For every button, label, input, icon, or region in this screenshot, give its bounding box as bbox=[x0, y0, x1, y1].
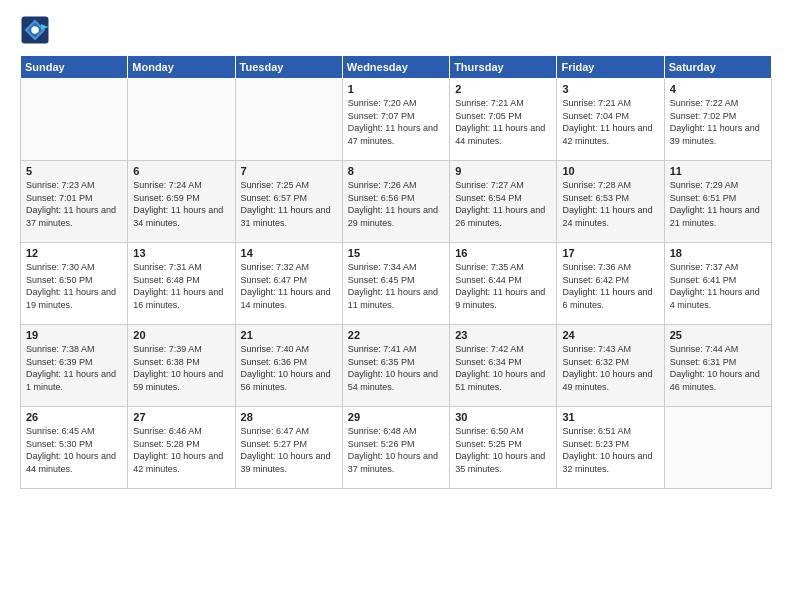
calendar-cell: 4Sunrise: 7:22 AM Sunset: 7:02 PM Daylig… bbox=[664, 79, 771, 161]
calendar-cell: 29Sunrise: 6:48 AM Sunset: 5:26 PM Dayli… bbox=[342, 407, 449, 489]
calendar-cell: 13Sunrise: 7:31 AM Sunset: 6:48 PM Dayli… bbox=[128, 243, 235, 325]
day-number: 11 bbox=[670, 165, 766, 177]
day-number: 13 bbox=[133, 247, 229, 259]
day-number: 28 bbox=[241, 411, 337, 423]
day-number: 12 bbox=[26, 247, 122, 259]
page-container: SundayMondayTuesdayWednesdayThursdayFrid… bbox=[0, 0, 792, 499]
calendar-cell: 27Sunrise: 6:46 AM Sunset: 5:28 PM Dayli… bbox=[128, 407, 235, 489]
logo-icon bbox=[20, 15, 50, 45]
cell-info: Sunrise: 7:36 AM Sunset: 6:42 PM Dayligh… bbox=[562, 261, 658, 311]
calendar-cell: 10Sunrise: 7:28 AM Sunset: 6:53 PM Dayli… bbox=[557, 161, 664, 243]
calendar-cell: 2Sunrise: 7:21 AM Sunset: 7:05 PM Daylig… bbox=[450, 79, 557, 161]
day-number: 3 bbox=[562, 83, 658, 95]
cell-info: Sunrise: 7:44 AM Sunset: 6:31 PM Dayligh… bbox=[670, 343, 766, 393]
calendar-cell: 12Sunrise: 7:30 AM Sunset: 6:50 PM Dayli… bbox=[21, 243, 128, 325]
day-number: 20 bbox=[133, 329, 229, 341]
cell-info: Sunrise: 6:46 AM Sunset: 5:28 PM Dayligh… bbox=[133, 425, 229, 475]
svg-point-3 bbox=[31, 26, 39, 34]
day-number: 21 bbox=[241, 329, 337, 341]
day-number: 8 bbox=[348, 165, 444, 177]
day-number: 5 bbox=[26, 165, 122, 177]
cell-info: Sunrise: 7:21 AM Sunset: 7:04 PM Dayligh… bbox=[562, 97, 658, 147]
weekday-header: Friday bbox=[557, 56, 664, 79]
calendar-cell bbox=[128, 79, 235, 161]
calendar-cell: 30Sunrise: 6:50 AM Sunset: 5:25 PM Dayli… bbox=[450, 407, 557, 489]
cell-info: Sunrise: 7:32 AM Sunset: 6:47 PM Dayligh… bbox=[241, 261, 337, 311]
calendar-cell: 20Sunrise: 7:39 AM Sunset: 6:38 PM Dayli… bbox=[128, 325, 235, 407]
weekday-header: Monday bbox=[128, 56, 235, 79]
weekday-header: Sunday bbox=[21, 56, 128, 79]
day-number: 15 bbox=[348, 247, 444, 259]
cell-info: Sunrise: 6:50 AM Sunset: 5:25 PM Dayligh… bbox=[455, 425, 551, 475]
calendar-cell: 23Sunrise: 7:42 AM Sunset: 6:34 PM Dayli… bbox=[450, 325, 557, 407]
calendar-cell: 19Sunrise: 7:38 AM Sunset: 6:39 PM Dayli… bbox=[21, 325, 128, 407]
day-number: 2 bbox=[455, 83, 551, 95]
calendar-week-row: 19Sunrise: 7:38 AM Sunset: 6:39 PM Dayli… bbox=[21, 325, 772, 407]
cell-info: Sunrise: 7:37 AM Sunset: 6:41 PM Dayligh… bbox=[670, 261, 766, 311]
cell-info: Sunrise: 7:41 AM Sunset: 6:35 PM Dayligh… bbox=[348, 343, 444, 393]
calendar-week-row: 1Sunrise: 7:20 AM Sunset: 7:07 PM Daylig… bbox=[21, 79, 772, 161]
cell-info: Sunrise: 6:45 AM Sunset: 5:30 PM Dayligh… bbox=[26, 425, 122, 475]
weekday-header: Wednesday bbox=[342, 56, 449, 79]
calendar-cell: 15Sunrise: 7:34 AM Sunset: 6:45 PM Dayli… bbox=[342, 243, 449, 325]
cell-info: Sunrise: 7:30 AM Sunset: 6:50 PM Dayligh… bbox=[26, 261, 122, 311]
calendar-cell: 7Sunrise: 7:25 AM Sunset: 6:57 PM Daylig… bbox=[235, 161, 342, 243]
day-number: 30 bbox=[455, 411, 551, 423]
calendar-cell: 1Sunrise: 7:20 AM Sunset: 7:07 PM Daylig… bbox=[342, 79, 449, 161]
calendar-cell: 3Sunrise: 7:21 AM Sunset: 7:04 PM Daylig… bbox=[557, 79, 664, 161]
calendar-cell bbox=[235, 79, 342, 161]
calendar-cell: 21Sunrise: 7:40 AM Sunset: 6:36 PM Dayli… bbox=[235, 325, 342, 407]
calendar-cell: 16Sunrise: 7:35 AM Sunset: 6:44 PM Dayli… bbox=[450, 243, 557, 325]
cell-info: Sunrise: 7:40 AM Sunset: 6:36 PM Dayligh… bbox=[241, 343, 337, 393]
calendar-cell: 26Sunrise: 6:45 AM Sunset: 5:30 PM Dayli… bbox=[21, 407, 128, 489]
cell-info: Sunrise: 7:43 AM Sunset: 6:32 PM Dayligh… bbox=[562, 343, 658, 393]
calendar-cell: 14Sunrise: 7:32 AM Sunset: 6:47 PM Dayli… bbox=[235, 243, 342, 325]
day-number: 23 bbox=[455, 329, 551, 341]
calendar-cell: 22Sunrise: 7:41 AM Sunset: 6:35 PM Dayli… bbox=[342, 325, 449, 407]
day-number: 4 bbox=[670, 83, 766, 95]
cell-info: Sunrise: 7:42 AM Sunset: 6:34 PM Dayligh… bbox=[455, 343, 551, 393]
day-number: 6 bbox=[133, 165, 229, 177]
day-number: 17 bbox=[562, 247, 658, 259]
day-number: 1 bbox=[348, 83, 444, 95]
calendar-cell: 25Sunrise: 7:44 AM Sunset: 6:31 PM Dayli… bbox=[664, 325, 771, 407]
cell-info: Sunrise: 7:23 AM Sunset: 7:01 PM Dayligh… bbox=[26, 179, 122, 229]
calendar-cell: 9Sunrise: 7:27 AM Sunset: 6:54 PM Daylig… bbox=[450, 161, 557, 243]
cell-info: Sunrise: 7:31 AM Sunset: 6:48 PM Dayligh… bbox=[133, 261, 229, 311]
calendar-table: SundayMondayTuesdayWednesdayThursdayFrid… bbox=[20, 55, 772, 489]
cell-info: Sunrise: 7:29 AM Sunset: 6:51 PM Dayligh… bbox=[670, 179, 766, 229]
cell-info: Sunrise: 7:27 AM Sunset: 6:54 PM Dayligh… bbox=[455, 179, 551, 229]
cell-info: Sunrise: 7:22 AM Sunset: 7:02 PM Dayligh… bbox=[670, 97, 766, 147]
cell-info: Sunrise: 7:24 AM Sunset: 6:59 PM Dayligh… bbox=[133, 179, 229, 229]
weekday-header: Saturday bbox=[664, 56, 771, 79]
cell-info: Sunrise: 7:21 AM Sunset: 7:05 PM Dayligh… bbox=[455, 97, 551, 147]
calendar-cell: 17Sunrise: 7:36 AM Sunset: 6:42 PM Dayli… bbox=[557, 243, 664, 325]
cell-info: Sunrise: 7:28 AM Sunset: 6:53 PM Dayligh… bbox=[562, 179, 658, 229]
calendar-cell: 6Sunrise: 7:24 AM Sunset: 6:59 PM Daylig… bbox=[128, 161, 235, 243]
cell-info: Sunrise: 7:38 AM Sunset: 6:39 PM Dayligh… bbox=[26, 343, 122, 393]
weekday-header: Thursday bbox=[450, 56, 557, 79]
calendar-header-row: SundayMondayTuesdayWednesdayThursdayFrid… bbox=[21, 56, 772, 79]
cell-info: Sunrise: 6:51 AM Sunset: 5:23 PM Dayligh… bbox=[562, 425, 658, 475]
cell-info: Sunrise: 7:26 AM Sunset: 6:56 PM Dayligh… bbox=[348, 179, 444, 229]
day-number: 31 bbox=[562, 411, 658, 423]
day-number: 16 bbox=[455, 247, 551, 259]
cell-info: Sunrise: 7:39 AM Sunset: 6:38 PM Dayligh… bbox=[133, 343, 229, 393]
day-number: 7 bbox=[241, 165, 337, 177]
day-number: 29 bbox=[348, 411, 444, 423]
day-number: 26 bbox=[26, 411, 122, 423]
calendar-week-row: 12Sunrise: 7:30 AM Sunset: 6:50 PM Dayli… bbox=[21, 243, 772, 325]
weekday-header: Tuesday bbox=[235, 56, 342, 79]
calendar-cell: 8Sunrise: 7:26 AM Sunset: 6:56 PM Daylig… bbox=[342, 161, 449, 243]
calendar-cell: 5Sunrise: 7:23 AM Sunset: 7:01 PM Daylig… bbox=[21, 161, 128, 243]
day-number: 19 bbox=[26, 329, 122, 341]
day-number: 10 bbox=[562, 165, 658, 177]
day-number: 9 bbox=[455, 165, 551, 177]
day-number: 27 bbox=[133, 411, 229, 423]
calendar-week-row: 26Sunrise: 6:45 AM Sunset: 5:30 PM Dayli… bbox=[21, 407, 772, 489]
cell-info: Sunrise: 7:35 AM Sunset: 6:44 PM Dayligh… bbox=[455, 261, 551, 311]
day-number: 24 bbox=[562, 329, 658, 341]
day-number: 22 bbox=[348, 329, 444, 341]
day-number: 25 bbox=[670, 329, 766, 341]
calendar-cell: 28Sunrise: 6:47 AM Sunset: 5:27 PM Dayli… bbox=[235, 407, 342, 489]
